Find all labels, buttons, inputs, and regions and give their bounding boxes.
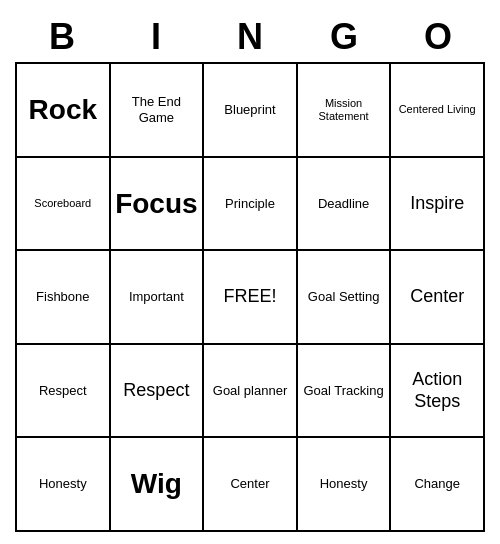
cell-text-r3-c4: Action Steps — [395, 369, 479, 412]
cell-r1-c3: Deadline — [298, 158, 392, 252]
cell-text-r3-c3: Goal Tracking — [303, 383, 383, 399]
cell-r4-c4: Change — [391, 438, 485, 532]
cell-text-r2-c4: Center — [410, 286, 464, 308]
cell-text-r1-c0: Scoreboard — [34, 197, 91, 210]
cell-r0-c0: Rock — [17, 64, 111, 158]
cell-text-r4-c1: Wig — [131, 467, 182, 501]
cell-text-r3-c0: Respect — [39, 383, 87, 399]
cell-text-r1-c4: Inspire — [410, 193, 464, 215]
cell-r3-c2: Goal planner — [204, 345, 298, 439]
cell-text-r1-c3: Deadline — [318, 196, 369, 212]
cell-r4-c0: Honesty — [17, 438, 111, 532]
cell-text-r3-c1: Respect — [123, 380, 189, 402]
cell-r3-c0: Respect — [17, 345, 111, 439]
cell-text-r3-c2: Goal planner — [213, 383, 287, 399]
cell-text-r0-c1: The End Game — [115, 94, 199, 125]
cell-text-r1-c2: Principle — [225, 196, 275, 212]
cell-r2-c2: FREE! — [204, 251, 298, 345]
cell-r3-c1: Respect — [111, 345, 205, 439]
cell-text-r2-c1: Important — [129, 289, 184, 305]
cell-text-r2-c0: Fishbone — [36, 289, 89, 305]
header-letter-n: N — [203, 12, 297, 62]
cell-r1-c4: Inspire — [391, 158, 485, 252]
bingo-grid: RockThe End GameBlueprintMission Stateme… — [15, 62, 485, 532]
cell-r0-c4: Centered Living — [391, 64, 485, 158]
cell-text-r4-c4: Change — [414, 476, 460, 492]
cell-r4-c3: Honesty — [298, 438, 392, 532]
header-letter-i: I — [109, 12, 203, 62]
cell-text-r0-c4: Centered Living — [399, 103, 476, 116]
cell-text-r1-c1: Focus — [115, 187, 197, 221]
cell-r2-c3: Goal Setting — [298, 251, 392, 345]
cell-text-r4-c0: Honesty — [39, 476, 87, 492]
bingo-header: BINGO — [15, 12, 485, 62]
header-letter-g: G — [297, 12, 391, 62]
cell-r0-c3: Mission Statement — [298, 64, 392, 158]
header-letter-o: O — [391, 12, 485, 62]
bingo-card: BINGO RockThe End GameBlueprintMission S… — [15, 12, 485, 532]
cell-text-r0-c2: Blueprint — [224, 102, 275, 118]
cell-text-r2-c3: Goal Setting — [308, 289, 380, 305]
cell-r0-c2: Blueprint — [204, 64, 298, 158]
cell-r2-c0: Fishbone — [17, 251, 111, 345]
cell-r4-c1: Wig — [111, 438, 205, 532]
cell-r1-c2: Principle — [204, 158, 298, 252]
cell-r3-c3: Goal Tracking — [298, 345, 392, 439]
cell-r0-c1: The End Game — [111, 64, 205, 158]
cell-r1-c1: Focus — [111, 158, 205, 252]
cell-r4-c2: Center — [204, 438, 298, 532]
cell-text-r4-c2: Center — [230, 476, 269, 492]
cell-r2-c4: Center — [391, 251, 485, 345]
cell-text-r0-c0: Rock — [29, 93, 97, 127]
cell-text-r4-c3: Honesty — [320, 476, 368, 492]
cell-text-r0-c3: Mission Statement — [302, 97, 386, 123]
cell-r3-c4: Action Steps — [391, 345, 485, 439]
header-letter-b: B — [15, 12, 109, 62]
cell-r2-c1: Important — [111, 251, 205, 345]
cell-text-r2-c2: FREE! — [223, 286, 276, 308]
cell-r1-c0: Scoreboard — [17, 158, 111, 252]
